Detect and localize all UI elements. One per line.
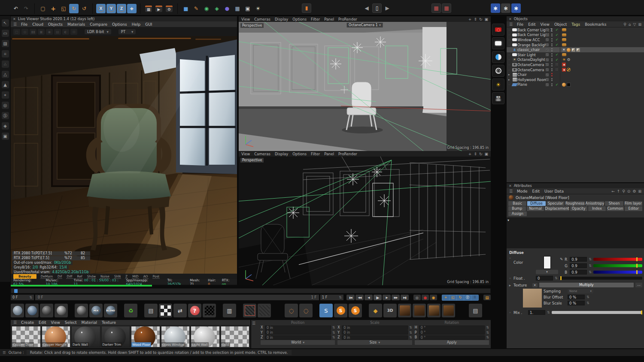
deformers-icon[interactable]: ◈ [212,4,222,13]
camera-tag[interactable] [562,68,566,72]
prev-key-button[interactable]: ◀◀ [355,295,364,300]
lv-tool-icon[interactable]: ◐ [62,29,69,35]
rotate-tool-icon[interactable]: ↻ [69,4,79,13]
channel-slider[interactable] [593,258,642,261]
menu-item-object[interactable]: Object [554,22,567,27]
menu-item-file[interactable]: File [21,22,27,27]
spinner-icon[interactable]: ⇅ [586,301,589,305]
enable-checkbox[interactable]: ✓ [544,33,550,36]
lock-icon[interactable]: ⊙ [627,189,631,193]
object-state-icon[interactable]: ✓ [554,83,560,87]
menu-item-prorender[interactable]: ProRender [338,17,357,21]
coord-input-y[interactable]: 0 in [265,330,331,335]
object-row-back-corner-light[interactable]: –Back Corner Light✓✓ [507,33,644,38]
sampling-dropdown[interactable]: None▾ [568,289,593,293]
tab-opacity[interactable]: Opacity [570,206,588,211]
menu-item-create[interactable]: Create [21,320,34,325]
menu-item-options[interactable]: Options [292,17,307,21]
material-tag[interactable] [562,28,566,31]
timeline-playhead[interactable] [14,289,18,293]
menu-icon[interactable]: ☰ [13,320,16,325]
history-back-icon[interactable]: ← [611,189,615,193]
enable-checkbox[interactable]: ✓ [544,53,550,56]
texture-tag-dark[interactable] [567,83,571,87]
visibility-dots[interactable] [550,78,554,81]
coord-input-x[interactable]: 0 in [265,326,331,330]
enable-checkbox[interactable]: ✓ [544,68,550,71]
live-selection-icon[interactable]: ▢ [38,4,48,13]
object-row-stair-light[interactable]: –Stair Light✓✓ [507,52,644,57]
octane-gold-icon[interactable]: ◆ [369,304,382,317]
coord-input-p[interactable]: 0 ° [419,330,485,335]
material-thumb-dark-wall[interactable]: Dark Wall [71,326,100,347]
key-parameter-icon[interactable]: Ⓟ [464,295,471,300]
menu-item-cameras[interactable]: Cameras [254,152,270,156]
octane-settings-icon[interactable]: ∗ [501,3,510,13]
menu-item-file[interactable]: File [517,22,523,27]
settings-icon[interactable]: ⚙ [632,189,636,193]
targeted-light-button[interactable] [492,51,504,63]
object-row-octanecamera[interactable]: –OctaneCamera✓∷ [507,67,644,72]
render-picture-viewer-icon[interactable]: ▶ [154,4,164,13]
volume-icon[interactable]: ● [222,4,232,13]
coord-input-z[interactable]: 0 in [342,335,408,340]
texture-thumbnail[interactable] [523,289,542,308]
menu-item-bookmarks[interactable]: Bookmarks [585,22,606,27]
object-state-icon[interactable]: ✓ [554,58,560,62]
spinner-icon[interactable]: ⇅ [409,335,412,339]
object-row-back-corner-light-1[interactable]: –Back Corner Light 1✓✓ [507,27,644,33]
coord-input-y[interactable]: 0 in [342,330,408,335]
close-icon[interactable]: ✕ [509,17,512,21]
color-expand-dropdown[interactable]: ▾ [536,270,558,274]
texture-mode-button[interactable]: Multiply [539,283,634,287]
lv-tool-icon[interactable]: ◉ [46,29,53,35]
spinner-icon[interactable]: ⇅ [332,326,335,329]
x-axis-lock-icon[interactable]: X [96,4,106,13]
home-icon[interactable]: ⌂ [629,22,631,27]
spinner-icon[interactable]: ⇅ [409,331,412,335]
toggle-view-icon[interactable]: ▣ [484,17,488,21]
expand-icon[interactable]: ▸ [508,73,512,76]
material-quad-icon[interactable] [55,304,68,317]
enable-checkbox[interactable]: ✓ [544,38,550,41]
spinner-icon[interactable]: ⇅ [547,311,550,314]
menu-item-cloud[interactable]: Cloud [32,22,43,27]
material-blend-icon[interactable]: BLEND [104,304,117,317]
visibility-dots[interactable] [550,38,554,42]
visibility-dots[interactable] [550,48,554,51]
workplane-icon[interactable]: ⌗ [2,50,9,57]
spinner-icon[interactable]: ⇅ [589,264,592,268]
nav-forward-icon[interactable]: ▶ [383,3,392,13]
object-state-icon[interactable]: ✓ [554,33,560,37]
menu-item-view[interactable]: View [241,17,250,21]
tab-normal[interactable]: Normal [527,206,544,211]
render-view[interactable] [11,36,237,287]
menu-item-cameras[interactable]: Cameras [254,17,270,21]
viewport-top-scene[interactable]: Perspective OctaneCamera 1▾ Grid Spacing… [239,22,491,151]
object-state-icon[interactable]: ✓ [554,28,560,32]
menu-item-objects[interactable]: Objects [48,22,63,27]
enable-checkbox[interactable]: ✓ [544,58,550,61]
menu-item-tags[interactable]: Tags [571,22,580,27]
camera-setup-icon[interactable]: ▣ [243,4,252,13]
circle-pen-icon[interactable]: ◌ [299,304,313,317]
material-mix-icon[interactable]: MIX [89,304,103,317]
color-swatch[interactable] [544,256,551,269]
zoom-view-icon[interactable]: ⇕ [474,17,477,21]
spinner-icon[interactable]: ⇅ [586,295,589,299]
menu-item-panel[interactable]: Panel [324,152,334,156]
edges-mode-icon[interactable]: △ [2,71,9,78]
enable-checkbox[interactable]: ✓ [544,48,550,51]
object-row-chair[interactable]: ▸Chair✓ [507,72,644,77]
enable-checkbox[interactable]: ✓ [544,73,550,76]
object-state-icon[interactable]: ∷ [554,68,560,72]
light-setup-icon[interactable]: ☀ [253,4,263,13]
viewport-bottom-scene[interactable]: Perspective Grid Spacing : 196.85 in [239,157,491,285]
coord-mode-dropdown[interactable]: World▾ [261,340,335,345]
spinner-icon[interactable]: ⇅ [486,331,489,335]
expand-icon[interactable]: ▸ [508,78,512,81]
menu-item-view[interactable]: View [51,320,60,325]
history-up-icon[interactable]: ↑ [617,189,620,193]
daylight-button[interactable]: ☀ [492,78,504,90]
checkerboard-icon[interactable] [159,304,172,317]
